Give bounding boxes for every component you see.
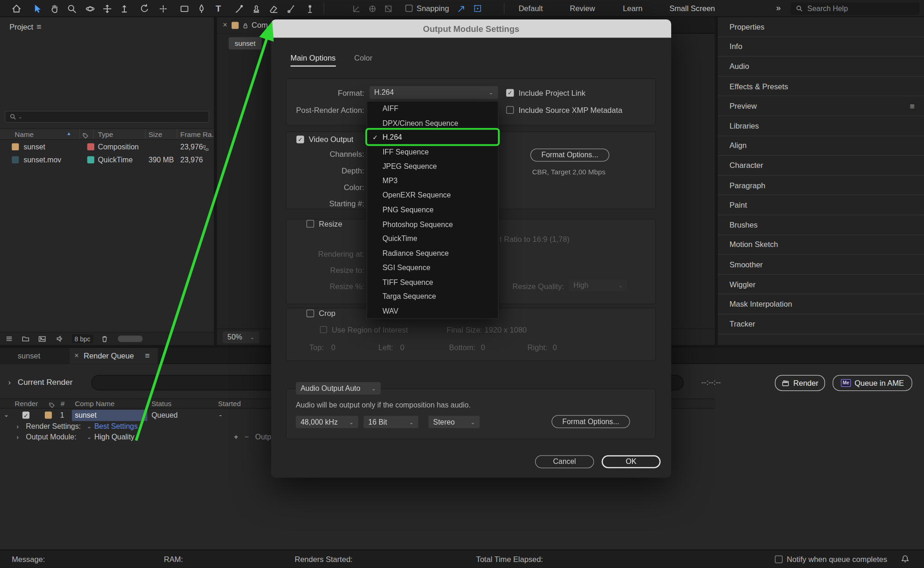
menu-item-quicktime[interactable]: QuickTime [367,232,498,246]
sidebar-item-effects-presets[interactable]: Effects & Presets [718,76,924,96]
expand-caret[interactable]: › [17,433,19,440]
zoom-tool-icon[interactable] [66,2,78,15]
sidebar-item-wiggler[interactable]: Wiggler [718,275,924,295]
expand-caret[interactable]: › [17,423,19,430]
menu-item-tiff[interactable]: TIFF Sequence [367,275,498,290]
output-module-link[interactable]: High Quality [94,433,135,441]
workspace-small-screen[interactable]: Small Screen [669,4,715,13]
type-tool-icon[interactable]: T [212,2,225,15]
menu-item-png[interactable]: PNG Sequence [367,203,498,217]
clone-stamp-icon[interactable] [250,2,263,15]
column-name[interactable]: Name [15,130,34,139]
audio-format-options-button[interactable]: Format Options... [551,415,630,428]
magnification-dropdown[interactable]: 50%⌄ [223,331,259,343]
render-settings-link[interactable]: Best Settings [94,422,138,431]
shape-tool-icon[interactable] [178,2,190,15]
project-columns-header[interactable]: Name ▲ Type Size Frame Ra... [0,129,214,140]
sidebar-item-info[interactable]: Info [718,37,924,57]
audio-channels-dropdown[interactable]: Stereo⌄ [428,416,480,428]
panel-menu-icon[interactable]: ≡ [910,101,914,111]
tab-main-options[interactable]: Main Options [291,54,336,62]
video-output-checkbox[interactable]: ✓ [296,136,304,143]
column-status[interactable]: Status [152,400,171,408]
column-type[interactable]: Type [98,130,113,139]
snap-arrow-icon[interactable] [455,2,468,15]
crop-bottom-value[interactable]: 0 [481,343,485,352]
format-options-button[interactable]: Format Options... [530,148,609,161]
collapse-caret[interactable]: ⌄ [4,411,9,419]
add-output-icon[interactable]: + [234,433,238,441]
home-icon[interactable] [10,2,23,15]
sample-rate-dropdown[interactable]: 48,000 kHz⌄ [296,416,358,428]
workspace-review[interactable]: Review [570,4,595,13]
pan-camera-icon[interactable] [101,2,113,15]
snapping-checkbox[interactable] [405,5,412,12]
trash-icon[interactable] [100,334,109,345]
column-frame-rate[interactable]: Frame Ra... [180,130,214,139]
column-started[interactable]: Started [218,400,241,408]
sidebar-item-paint[interactable]: Paint [718,195,924,215]
menu-item-photoshop[interactable]: Photoshop Sequence [367,217,498,231]
menu-item-aiff[interactable]: AIFF [367,101,498,116]
tab-render-queue[interactable]: × Render Queue ≡ [69,348,158,364]
ok-button[interactable]: OK [602,455,661,468]
roto-brush-icon[interactable] [285,2,297,15]
tab-sunset[interactable]: sunset [0,348,69,364]
close-icon[interactable]: × [223,20,227,29]
cancel-button[interactable]: Cancel [535,455,594,468]
notify-checkbox[interactable] [775,556,783,563]
close-icon[interactable]: × [74,351,79,360]
sidebar-item-character[interactable]: Character [718,156,924,176]
menu-item-mp3[interactable]: MP3 [367,174,498,188]
sidebar-item-preview[interactable]: Preview≡ [718,96,924,116]
render-button[interactable]: Render [775,375,825,391]
sidebar-item-mask-interpolation[interactable]: Mask Interpolation [718,295,924,315]
scrollbar-thumb[interactable] [118,335,143,342]
comp-tab-active[interactable]: × Com [217,17,273,34]
pen-tool-icon[interactable] [195,2,208,15]
eraser-tool-icon[interactable] [267,2,280,15]
queue-item-checkbox[interactable]: ✓ [22,412,29,419]
dolly-camera-icon[interactable] [118,2,130,15]
sidebar-item-audio[interactable]: Audio [718,57,924,77]
menu-item-openexr[interactable]: OpenEXR Sequence [367,188,498,203]
interpret-footage-icon[interactable] [55,334,64,345]
new-folder-icon[interactable] [21,334,30,345]
rotation-tool-icon[interactable] [138,2,150,15]
more-workspaces-icon[interactable]: » [776,3,781,12]
bit-depth-button[interactable]: 8 bpc [72,334,93,343]
audio-output-dropdown[interactable]: Audio Output Auto⌄ [296,382,381,395]
format-dropdown[interactable]: H.264⌄ [369,86,498,99]
help-search-box[interactable] [791,2,919,15]
sidebar-item-motion-sketch[interactable]: Motion Sketch [718,235,924,255]
include-project-link-checkbox[interactable]: ✓ [506,89,514,97]
column-render[interactable]: Render [15,400,38,408]
workspace-learn[interactable]: Learn [623,4,643,13]
resize-checkbox[interactable] [306,220,314,228]
column-size[interactable]: Size [148,130,162,139]
bit-depth-dropdown[interactable]: 16 Bit⌄ [364,416,419,428]
comp-name-chip[interactable]: sunset [229,37,262,49]
new-composition-icon[interactable] [38,334,47,345]
menu-item-sgi[interactable]: SGI Sequence [367,260,498,275]
chevron-down-icon[interactable]: ⌄ [86,423,92,429]
remove-output-icon[interactable]: − [245,433,249,441]
menu-item-wav[interactable]: WAV [367,304,498,318]
sidebar-item-brushes[interactable]: Brushes [718,215,924,235]
menu-item-dpx[interactable]: DPX/Cineon Sequence [367,116,498,130]
tab-color[interactable]: Color [354,54,373,62]
axis-mode-icon-2[interactable] [366,2,379,15]
sidebar-item-properties[interactable]: Properties [718,17,924,37]
bell-icon[interactable] [900,554,910,566]
puppet-pin-icon[interactable] [304,2,316,15]
snap-frame-icon[interactable] [471,2,484,15]
crop-checkbox[interactable] [306,309,314,317]
sidebar-item-paragraph[interactable]: Paragraph [718,176,924,196]
sidebar-item-libraries[interactable]: Libraries [718,116,924,136]
axis-mode-icon-3[interactable] [382,2,394,15]
project-search-box[interactable]: ⌄ [5,111,209,123]
table-row[interactable]: sunset.mov QuickTime 390 MB 23,976 [0,154,214,166]
chevron-down-icon[interactable]: ⌄ [86,433,92,440]
resize-quality-dropdown[interactable]: High⌄ [569,279,627,291]
workspace-default[interactable]: Default [519,4,543,13]
